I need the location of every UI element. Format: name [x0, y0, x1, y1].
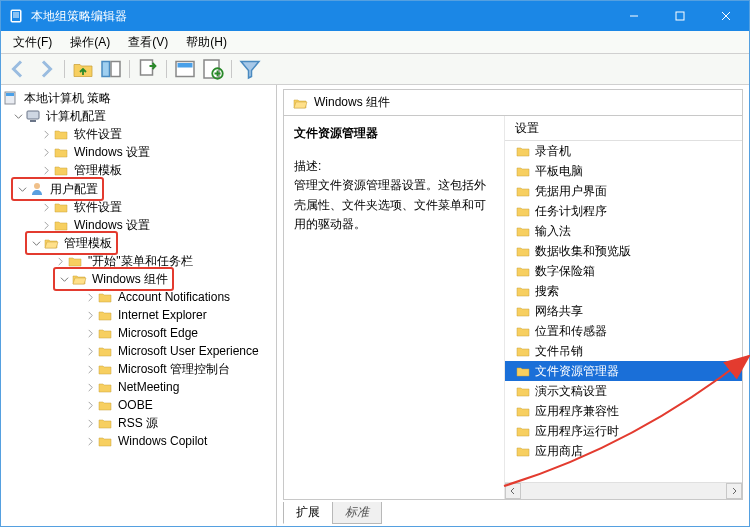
- list-item[interactable]: 任务计划程序: [505, 201, 742, 221]
- expander-icon[interactable]: [15, 182, 29, 196]
- list-item-label: 数字保险箱: [535, 263, 595, 280]
- list-item[interactable]: 输入法: [505, 221, 742, 241]
- tree-item[interactable]: Windows Copilot: [116, 434, 209, 448]
- svg-rect-6: [676, 12, 684, 20]
- window-title: 本地组策略编辑器: [31, 8, 611, 25]
- filter-button[interactable]: [237, 56, 263, 82]
- toolbar-separator: [129, 60, 130, 78]
- expander-icon[interactable]: [39, 127, 53, 141]
- expander-icon[interactable]: [83, 416, 97, 430]
- svg-rect-18: [27, 111, 39, 119]
- expander-icon[interactable]: [83, 398, 97, 412]
- properties-button[interactable]: [200, 56, 226, 82]
- export-button[interactable]: [135, 56, 161, 82]
- folder-icon: [515, 283, 531, 299]
- list-item[interactable]: 位置和传感器: [505, 321, 742, 341]
- tree-root[interactable]: 本地计算机 策略: [22, 90, 113, 107]
- menu-action[interactable]: 操作(A): [62, 32, 118, 53]
- folder-icon: [515, 243, 531, 259]
- tree-item[interactable]: Internet Explorer: [116, 308, 209, 322]
- tree-item[interactable]: OOBE: [116, 398, 155, 412]
- tree-item[interactable]: 软件设置: [72, 126, 124, 143]
- close-button[interactable]: [703, 1, 749, 31]
- tree-computer-config[interactable]: 计算机配置: [44, 108, 108, 125]
- list-item[interactable]: 网络共享: [505, 301, 742, 321]
- expander-icon[interactable]: [83, 434, 97, 448]
- expander-icon[interactable]: [83, 308, 97, 322]
- settings-list[interactable]: 录音机平板电脑凭据用户界面任务计划程序输入法数据收集和预览版数字保险箱搜索网络共…: [505, 141, 742, 482]
- expander-icon[interactable]: [83, 344, 97, 358]
- details-pane: Windows 组件 文件资源管理器 描述: 管理文件资源管理器设置。这包括外壳…: [277, 85, 749, 526]
- list-item-label: 应用程序运行时: [535, 423, 619, 440]
- list-item[interactable]: 应用程序兼容性: [505, 401, 742, 421]
- tree-admin-templates[interactable]: 管理模板: [62, 235, 114, 252]
- list-item-label: 凭据用户界面: [535, 183, 607, 200]
- description-label: 描述:: [294, 157, 494, 176]
- list-item[interactable]: 数据收集和预览版: [505, 241, 742, 261]
- tree-windows-components[interactable]: Windows 组件: [90, 271, 170, 288]
- expander-icon[interactable]: [11, 109, 25, 123]
- expander-icon[interactable]: [53, 254, 67, 268]
- maximize-button[interactable]: [657, 1, 703, 31]
- list-item-label: 网络共享: [535, 303, 583, 320]
- folder-icon: [97, 379, 113, 395]
- refresh-button[interactable]: [172, 56, 198, 82]
- tree-item[interactable]: Microsoft 管理控制台: [116, 361, 232, 378]
- expander-icon[interactable]: [39, 218, 53, 232]
- list-item[interactable]: 录音机: [505, 141, 742, 161]
- tree-item[interactable]: NetMeeting: [116, 380, 181, 394]
- minimize-button[interactable]: [611, 1, 657, 31]
- list-item[interactable]: 搜索: [505, 281, 742, 301]
- list-item[interactable]: 文件资源管理器: [505, 361, 742, 381]
- folder-icon: [53, 144, 69, 160]
- expander-icon[interactable]: [57, 272, 71, 286]
- tree-item[interactable]: RSS 源: [116, 415, 160, 432]
- list-item-label: 录音机: [535, 143, 571, 160]
- tree-item[interactable]: Microsoft Edge: [116, 326, 200, 340]
- expander-icon[interactable]: [39, 163, 53, 177]
- list-item[interactable]: 平板电脑: [505, 161, 742, 181]
- tree-pane[interactable]: 本地计算机 策略 计算机配置 软件设置 Windows 设置 管理模板: [1, 85, 277, 526]
- folder-icon: [53, 162, 69, 178]
- scroll-right-button[interactable]: [726, 483, 742, 499]
- column-header-settings[interactable]: 设置: [505, 116, 742, 141]
- list-item[interactable]: 应用商店: [505, 441, 742, 461]
- expander-icon[interactable]: [83, 380, 97, 394]
- tree-item[interactable]: 管理模板: [72, 162, 124, 179]
- folder-icon: [515, 303, 531, 319]
- list-item[interactable]: 演示文稿设置: [505, 381, 742, 401]
- list-item-label: 应用商店: [535, 443, 583, 460]
- tree-user-config[interactable]: 用户配置: [48, 181, 100, 198]
- folder-icon: [515, 363, 531, 379]
- menu-help[interactable]: 帮助(H): [178, 32, 235, 53]
- horizontal-scrollbar[interactable]: [505, 482, 742, 499]
- list-item-label: 任务计划程序: [535, 203, 607, 220]
- expander-icon[interactable]: [83, 326, 97, 340]
- expander-icon[interactable]: [83, 362, 97, 376]
- list-item[interactable]: 数字保险箱: [505, 261, 742, 281]
- menu-bar: 文件(F) 操作(A) 查看(V) 帮助(H): [1, 31, 749, 54]
- list-item[interactable]: 凭据用户界面: [505, 181, 742, 201]
- tab-standard[interactable]: 标准: [332, 502, 382, 524]
- show-hide-tree-button[interactable]: [98, 56, 124, 82]
- forward-button[interactable]: [33, 56, 59, 82]
- toolbar-separator: [64, 60, 65, 78]
- tab-extended[interactable]: 扩展: [283, 502, 333, 524]
- tree-item[interactable]: Microsoft User Experience: [116, 344, 261, 358]
- menu-file[interactable]: 文件(F): [5, 32, 60, 53]
- folder-icon: [515, 403, 531, 419]
- menu-view[interactable]: 查看(V): [120, 32, 176, 53]
- expander-icon[interactable]: [29, 236, 43, 250]
- expander-icon[interactable]: [39, 145, 53, 159]
- tree-item[interactable]: 软件设置: [72, 199, 124, 216]
- list-item-label: 数据收集和预览版: [535, 243, 631, 260]
- expander-icon[interactable]: [83, 290, 97, 304]
- expander-icon[interactable]: [39, 200, 53, 214]
- up-folder-button[interactable]: [70, 56, 96, 82]
- list-item[interactable]: 应用程序运行时: [505, 421, 742, 441]
- back-button[interactable]: [5, 56, 31, 82]
- tree-item[interactable]: Windows 设置: [72, 144, 152, 161]
- tree-item[interactable]: Account Notifications: [116, 290, 232, 304]
- list-item[interactable]: 文件吊销: [505, 341, 742, 361]
- scroll-left-button[interactable]: [505, 483, 521, 499]
